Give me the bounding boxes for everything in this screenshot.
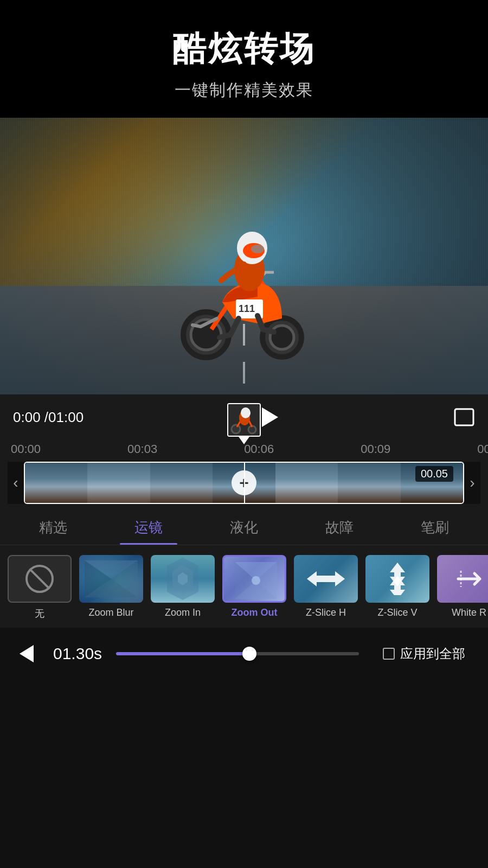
effect-z-slice-v[interactable]: Z-Slice V <box>365 555 429 620</box>
svg-point-20 <box>252 576 260 585</box>
thumbnail-strip[interactable]: + <box>24 462 464 504</box>
fullscreen-icon <box>454 408 474 426</box>
ruler-tick-4: 00: <box>477 442 488 456</box>
motorcycle-svg: 111 <box>174 210 314 362</box>
thumb-3 <box>150 463 213 503</box>
effect-zoom-in[interactable]: Zoom In <box>151 555 215 620</box>
z-slice-v-svg <box>387 563 408 595</box>
zoom-out-svg <box>224 557 286 603</box>
header-section: 酷炫转场 一键制作精美效果 <box>0 0 488 118</box>
effect-thumb-zoom-blur <box>79 555 143 603</box>
effect-thumb-z-slice-h <box>294 555 358 603</box>
tab-jingxuan[interactable]: 精选 <box>5 508 101 545</box>
playhead-line <box>244 462 245 504</box>
apply-all-label: 应用到全部 <box>400 645 465 662</box>
svg-marker-21 <box>307 571 345 586</box>
time-display: 0:00 /01:00 <box>13 409 84 426</box>
effect-thumb-white-r <box>437 555 488 603</box>
playhead-thumbnail-container <box>227 403 261 444</box>
effect-label-none: 无 <box>35 607 44 620</box>
effect-z-slice-h[interactable]: Z-Slice H <box>294 555 358 620</box>
ruler-tick-3: 00:09 <box>361 442 390 456</box>
z-slice-h-arrows <box>294 555 358 603</box>
bottom-bar: 01.30s 应用到全部 <box>0 628 488 680</box>
motorcycle-figure: 111 <box>168 188 320 362</box>
svg-point-12 <box>232 425 240 433</box>
z-slice-v-arrows <box>365 555 429 603</box>
thumb-5 <box>275 463 338 503</box>
apply-all-button[interactable]: 应用到全部 <box>373 639 475 669</box>
svg-point-3 <box>270 326 294 349</box>
svg-point-9 <box>251 245 264 253</box>
effect-thumb-none <box>8 555 72 603</box>
ruler-tick-0: 00:00 <box>11 442 41 456</box>
zoom-blur-svg <box>79 555 143 603</box>
effects-grid: 无 Zoom Blur Zoom In <box>0 545 488 628</box>
playhead-thumbnail <box>227 403 261 437</box>
white-r-svg <box>453 563 485 595</box>
effect-label-zoom-out: Zoom Out <box>232 607 278 618</box>
effect-white-r[interactable]: White R <box>437 555 488 620</box>
svg-point-13 <box>248 426 256 433</box>
svg-point-15 <box>241 407 251 418</box>
page-title: 酷炫转场 <box>11 26 477 72</box>
tab-yunjing[interactable]: 运镜 <box>101 508 196 545</box>
apply-all-checkbox[interactable] <box>383 648 395 660</box>
strip-nav-left[interactable]: ‹ <box>8 462 24 504</box>
tab-guzhang[interactable]: 故障 <box>292 508 387 545</box>
strip-nav-right[interactable]: › <box>464 462 480 504</box>
effect-thumb-zoom-in <box>151 555 215 603</box>
play-icon <box>262 407 278 427</box>
effect-zoom-out[interactable]: Zoom Out <box>222 555 286 620</box>
playhead-time-badge: 00.05 <box>415 466 453 482</box>
effect-label-zoom-blur: Zoom Blur <box>88 607 133 618</box>
playhead-thumb-icon <box>228 404 260 436</box>
thumb-6 <box>338 463 400 503</box>
zoom-in-svg <box>151 555 215 603</box>
thumb-2 <box>87 463 150 503</box>
thumb-1 <box>25 463 87 503</box>
effect-label-z-slice-v: Z-Slice V <box>377 607 417 618</box>
effect-none[interactable]: 无 <box>8 555 72 620</box>
back-arrow-icon <box>20 645 34 662</box>
page-subtitle: 一键制作精美效果 <box>11 79 477 101</box>
video-preview[interactable]: 111 <box>0 118 488 394</box>
effect-label-z-slice-h: Z-Slice H <box>306 607 346 618</box>
z-slice-h-svg <box>307 568 345 590</box>
effect-label-white-r: White R <box>452 607 486 618</box>
duration-display: 01.30s <box>53 644 102 663</box>
slider-thumb[interactable] <box>242 647 256 661</box>
thumbnail-strip-container[interactable]: ‹ + › 00.05 <box>8 462 480 504</box>
ruler-tick-1: 00:03 <box>127 442 157 456</box>
effect-zoom-blur[interactable]: Zoom Blur <box>79 555 143 620</box>
svg-rect-10 <box>455 409 473 425</box>
svg-text:111: 111 <box>239 303 255 314</box>
tab-yehua[interactable]: 液化 <box>196 508 292 545</box>
effect-label-zoom-in: Zoom In <box>165 607 201 618</box>
playhead-pointer <box>239 437 249 444</box>
effect-thumb-z-slice-v <box>365 555 429 603</box>
category-tabs: 精选 运镜 液化 故障 笔刷 <box>0 508 488 545</box>
fullscreen-button[interactable] <box>453 406 475 428</box>
none-icon <box>25 565 54 593</box>
white-r-overlay <box>437 555 488 603</box>
duration-slider[interactable] <box>116 652 359 655</box>
tab-bishua[interactable]: 笔刷 <box>387 508 483 545</box>
back-button[interactable] <box>13 640 40 667</box>
effect-thumb-zoom-out <box>222 555 286 603</box>
timeline-area[interactable]: ‹ + › 00.05 <box>0 458 488 508</box>
